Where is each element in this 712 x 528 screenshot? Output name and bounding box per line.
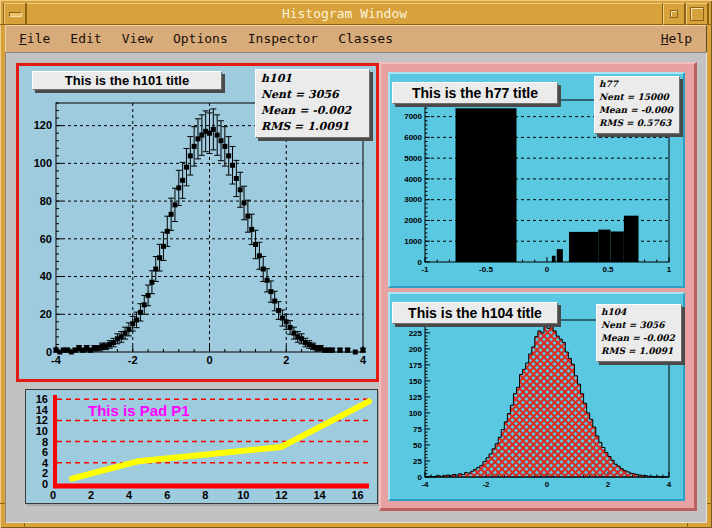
svg-text:4: 4 xyxy=(360,354,367,366)
svg-text:6000: 6000 xyxy=(404,133,422,142)
h77-stats-box[interactable]: h77 Nent = 15000 Mean = -0.000 RMS = 0.5… xyxy=(594,76,680,134)
stats-line: h101 xyxy=(256,71,369,87)
p1-chart: 02468101214160246810121416 xyxy=(26,390,375,501)
svg-text:2: 2 xyxy=(606,480,611,489)
stats-line: Nent = 3056 xyxy=(597,319,681,332)
menu-item-view[interactable]: View xyxy=(112,26,163,52)
h104-title-box[interactable]: This is the h104 title xyxy=(392,302,558,324)
svg-text:2: 2 xyxy=(42,467,48,479)
svg-text:20: 20 xyxy=(40,308,52,320)
svg-text:40: 40 xyxy=(40,270,52,282)
svg-text:16: 16 xyxy=(36,393,48,405)
svg-text:1: 1 xyxy=(667,265,672,274)
menu-bar: FileEditViewOptionsInspectorClasses Help xyxy=(5,25,707,54)
svg-text:5000: 5000 xyxy=(404,154,422,163)
stats-line: Mean = -0.002 xyxy=(256,103,369,119)
svg-text:-4: -4 xyxy=(51,354,62,366)
iconify-button[interactable] xyxy=(663,3,685,25)
pad-h101[interactable]: -4-2024020406080100120 This is the h101 … xyxy=(16,63,379,382)
svg-text:120: 120 xyxy=(34,119,52,131)
svg-text:2: 2 xyxy=(283,354,289,366)
h101-stats-box[interactable]: h101 Nent = 3056 Mean = -0.002 RMS = 1.0… xyxy=(255,69,370,138)
svg-text:0: 0 xyxy=(545,265,550,274)
menu-items: FileEditViewOptionsInspectorClasses xyxy=(6,31,403,46)
svg-text:-4: -4 xyxy=(421,480,429,489)
stats-line: RMS = 1.0091 xyxy=(597,345,681,358)
menu-item-classes[interactable]: Classes xyxy=(328,26,403,52)
svg-text:150: 150 xyxy=(409,377,423,386)
stats-line: RMS = 1.0091 xyxy=(256,119,369,135)
svg-text:0: 0 xyxy=(50,489,56,501)
stats-line: RMS = 0.5763 xyxy=(595,117,679,130)
svg-text:25: 25 xyxy=(413,457,422,466)
svg-text:4000: 4000 xyxy=(404,175,422,184)
stats-line: Mean = -0.002 xyxy=(597,332,681,345)
svg-text:0: 0 xyxy=(42,478,48,490)
svg-text:0: 0 xyxy=(46,346,52,358)
h101-title-text: This is the h101 title xyxy=(65,73,189,88)
frame-notch xyxy=(707,24,712,25)
svg-text:0: 0 xyxy=(545,480,550,489)
svg-text:2: 2 xyxy=(88,489,94,501)
stats-line: h77 xyxy=(595,78,679,91)
svg-text:1000: 1000 xyxy=(404,237,422,246)
maximize-icon xyxy=(690,7,704,21)
frame-notch xyxy=(0,24,5,25)
svg-text:8: 8 xyxy=(202,489,208,501)
frame-notch xyxy=(687,523,688,528)
frame-notch xyxy=(24,523,25,528)
window-menu-button[interactable] xyxy=(4,3,26,25)
h77-title-box[interactable]: This is the h77 title xyxy=(392,82,558,104)
svg-text:50: 50 xyxy=(413,441,422,450)
window-title: Histogram Window xyxy=(282,6,407,21)
svg-text:6: 6 xyxy=(164,489,170,501)
title-bar[interactable]: Histogram Window xyxy=(25,3,664,25)
svg-text:60: 60 xyxy=(40,233,52,245)
h101-title-box[interactable]: This is the h101 title xyxy=(32,71,222,90)
p1-title-text: This is Pad P1 xyxy=(88,402,190,419)
window-menu-dash-icon xyxy=(9,12,22,17)
maximize-button[interactable] xyxy=(686,3,708,25)
menu-item-edit[interactable]: Edit xyxy=(60,26,111,52)
svg-text:12: 12 xyxy=(275,489,287,501)
svg-text:100: 100 xyxy=(34,157,52,169)
canvas-area: -4-2024020406080100120 This is the h101 … xyxy=(5,52,707,523)
svg-text:10: 10 xyxy=(36,425,48,437)
pad-h77[interactable]: -1-0.500.5101000200030004000500060007000… xyxy=(388,72,685,288)
svg-text:225: 225 xyxy=(409,329,423,338)
svg-text:0: 0 xyxy=(418,258,423,267)
svg-text:75: 75 xyxy=(413,425,422,434)
svg-text:0: 0 xyxy=(418,473,423,482)
iconify-icon xyxy=(670,10,678,18)
svg-text:-1: -1 xyxy=(421,265,429,274)
pad-pink-container[interactable]: -1-0.500.5101000200030004000500060007000… xyxy=(379,62,697,511)
svg-text:8: 8 xyxy=(42,436,48,448)
svg-text:4: 4 xyxy=(667,480,672,489)
svg-text:6: 6 xyxy=(42,446,48,458)
svg-text:175: 175 xyxy=(409,361,423,370)
stats-line: Mean = -0.000 xyxy=(595,104,679,117)
svg-text:2000: 2000 xyxy=(404,216,422,225)
svg-text:80: 80 xyxy=(40,195,52,207)
svg-text:-2: -2 xyxy=(482,480,490,489)
svg-text:16: 16 xyxy=(351,489,363,501)
stats-line: h104 xyxy=(597,306,681,319)
h104-stats-box[interactable]: h104 Nent = 3056 Mean = -0.002 RMS = 1.0… xyxy=(596,304,682,362)
menu-item-file[interactable]: File xyxy=(9,26,60,52)
h104-title-text: This is the h104 title xyxy=(408,305,542,321)
stats-line: Nent = 15000 xyxy=(595,91,679,104)
pad-h104[interactable]: -4-20240255075100125150175200225 This is… xyxy=(388,292,685,501)
h77-title-text: This is the h77 title xyxy=(412,85,538,101)
menu-item-help[interactable]: Help xyxy=(655,26,698,52)
frame-notch xyxy=(707,503,712,504)
svg-text:-0.5: -0.5 xyxy=(479,265,493,274)
frame-notch xyxy=(0,503,5,504)
svg-text:4: 4 xyxy=(126,489,133,501)
pad-p1[interactable]: 02468101214160246810121416 This is Pad P… xyxy=(25,389,378,504)
menu-item-options[interactable]: Options xyxy=(163,26,238,52)
svg-text:10: 10 xyxy=(237,489,249,501)
menu-item-inspector[interactable]: Inspector xyxy=(238,26,328,52)
svg-text:125: 125 xyxy=(409,393,423,402)
svg-text:14: 14 xyxy=(313,489,326,501)
svg-text:12: 12 xyxy=(36,414,48,426)
